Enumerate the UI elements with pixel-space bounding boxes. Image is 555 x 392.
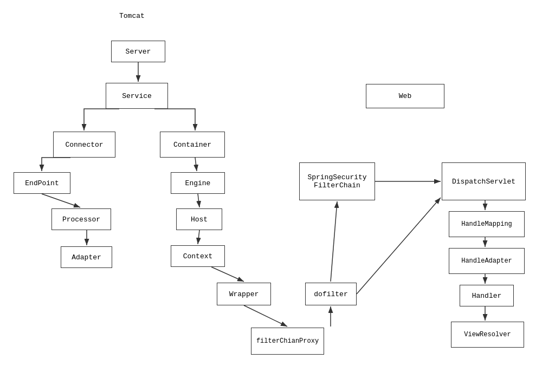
connector-node: Connector: [53, 132, 115, 158]
server-node: Server: [111, 41, 165, 62]
diagram-container: Tomcat Web Server Service Connector Cont…: [0, 0, 555, 392]
svg-line-5: [198, 194, 199, 207]
handleadapter-node: HandleAdapter: [449, 248, 525, 274]
svg-line-2: [42, 194, 80, 207]
filterchianproxy-node: filterChianProxy: [251, 328, 324, 355]
svg-line-4: [195, 158, 197, 171]
adapter-node: Adapter: [61, 246, 112, 268]
wrapper-node: Wrapper: [217, 283, 271, 305]
endpoint-node: EndPoint: [14, 172, 70, 194]
handlemapping-node: HandleMapping: [449, 211, 525, 237]
svg-line-7: [211, 267, 244, 282]
dispatchservlet-node: DispatchServlet: [442, 162, 526, 200]
engine-node: Engine: [171, 172, 225, 194]
tomcat-label: Tomcat: [119, 12, 145, 20]
container-node: Container: [160, 132, 225, 158]
svg-line-8: [244, 305, 287, 326]
processor-node: Processor: [51, 208, 111, 230]
springsecurity-node: SpringSecurity FilterChain: [299, 162, 375, 200]
web-node: Web: [366, 84, 444, 108]
svg-line-6: [198, 230, 199, 244]
viewresolver-node: ViewResolver: [451, 322, 524, 348]
svg-line-16: [357, 198, 441, 294]
dofilter-node: dofilter: [305, 283, 357, 305]
handler-node: Handler: [460, 285, 514, 306]
host-node: Host: [176, 208, 222, 230]
svg-line-10: [331, 201, 337, 282]
service-node: Service: [106, 83, 168, 109]
context-node: Context: [171, 245, 225, 267]
